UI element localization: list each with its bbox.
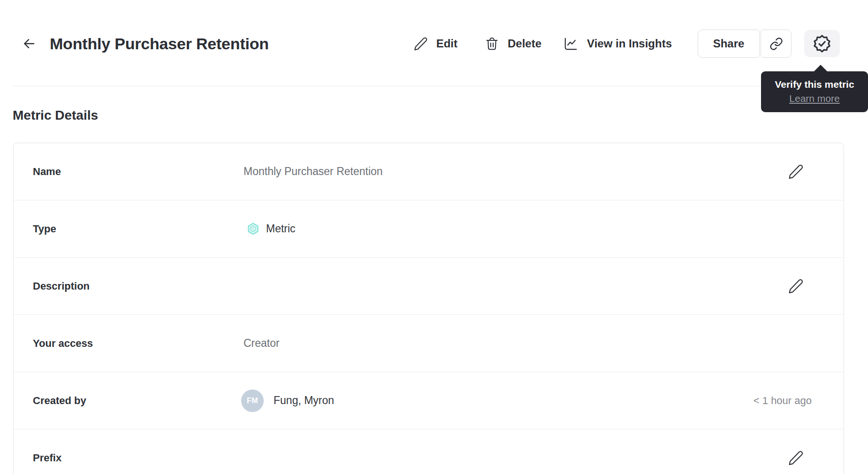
row-created-by: Created by FM Fung, Myron < 1 hour ago — [14, 372, 844, 429]
avatar: FM — [241, 390, 264, 412]
row-description: Description — [14, 258, 844, 315]
view-in-insights-label: View in Insights — [587, 37, 672, 50]
pencil-icon — [788, 278, 804, 294]
created-timestamp: < 1 hour ago — [754, 395, 812, 407]
metric-details-card: Name Monthly Purchaser Retention Type — [13, 143, 844, 474]
share-button[interactable]: Share — [698, 30, 760, 58]
row-your-access: Your access Creator — [14, 315, 844, 372]
edit-label: Edit — [436, 37, 457, 50]
edit-prefix-button[interactable] — [786, 449, 805, 467]
line-chart-icon — [563, 36, 579, 52]
row-prefix-label: Prefix — [33, 452, 244, 464]
row-prefix: Prefix — [14, 429, 844, 474]
tooltip-title: Verify this metric — [767, 78, 862, 91]
section-heading: Metric Details — [13, 108, 98, 123]
pencil-icon — [788, 164, 804, 180]
row-description-label: Description — [33, 280, 244, 292]
metric-details-page: Monthly Purchaser Retention Edit Delete — [0, 0, 868, 474]
row-type: Type Metric — [14, 200, 844, 258]
arrow-left-icon — [22, 36, 37, 51]
copy-link-button[interactable] — [761, 30, 792, 58]
edit-description-button[interactable] — [786, 277, 805, 296]
row-name-label: Name — [33, 166, 244, 178]
tooltip-arrow — [814, 65, 828, 72]
row-created-by-label: Created by — [33, 395, 244, 407]
edit-button[interactable]: Edit — [413, 37, 457, 51]
page-title: Monthly Purchaser Retention — [50, 35, 269, 53]
trash-icon — [485, 37, 499, 51]
share-label: Share — [713, 37, 745, 50]
verified-badge-icon — [812, 34, 832, 54]
row-created-by-value: Fung, Myron — [274, 394, 334, 407]
page-header: Monthly Purchaser Retention Edit Delete — [0, 0, 868, 86]
delete-button[interactable]: Delete — [485, 37, 541, 51]
row-type-value: Metric — [266, 222, 296, 235]
row-your-access-label: Your access — [33, 337, 244, 350]
back-button[interactable] — [20, 34, 38, 53]
row-your-access-value: Creator — [244, 337, 280, 350]
pencil-icon — [413, 37, 428, 51]
verify-metric-tooltip: Verify this metric Learn more — [761, 71, 868, 112]
verify-metric-button[interactable] — [804, 30, 840, 57]
delete-label: Delete — [508, 37, 541, 50]
row-type-label: Type — [33, 223, 244, 235]
header-divider — [13, 86, 855, 86]
view-in-insights-button[interactable]: View in Insights — [563, 36, 672, 52]
row-name: Name Monthly Purchaser Retention — [14, 143, 844, 200]
row-name-value: Monthly Purchaser Retention — [244, 165, 383, 178]
learn-more-link[interactable]: Learn more — [789, 93, 839, 104]
edit-name-button[interactable] — [786, 162, 805, 181]
pencil-icon — [788, 450, 804, 466]
metric-hexagon-icon — [246, 222, 260, 236]
link-icon — [769, 37, 783, 51]
